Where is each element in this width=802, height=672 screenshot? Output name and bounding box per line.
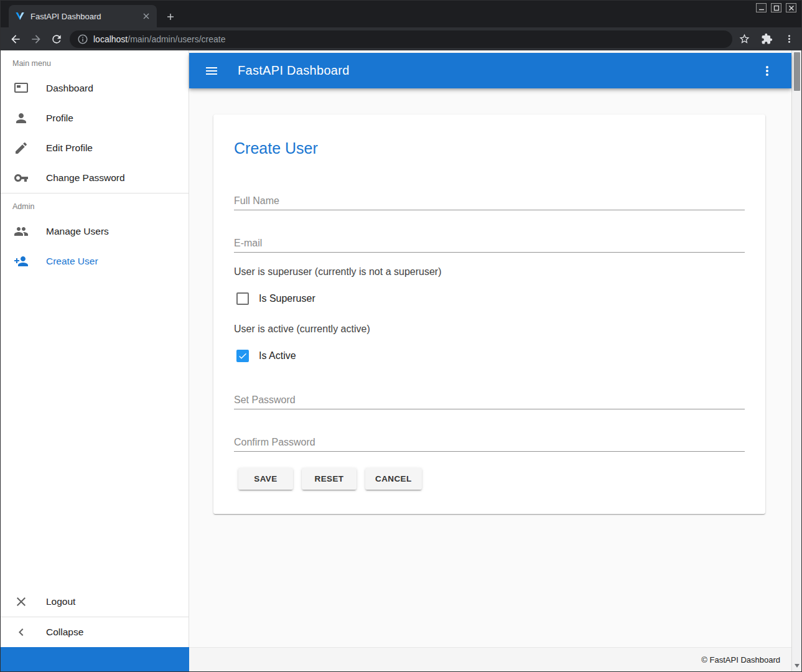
superuser-checkbox-row: Is Superuser bbox=[236, 292, 315, 305]
toolbar-right bbox=[731, 27, 798, 50]
is-superuser-checkbox[interactable] bbox=[236, 292, 249, 305]
is-superuser-label: Is Superuser bbox=[259, 293, 315, 304]
new-tab-button[interactable] bbox=[163, 9, 178, 24]
app-menu-dots-icon[interactable] bbox=[760, 63, 775, 78]
sidebar-item-edit-profile[interactable]: Edit Profile bbox=[0, 133, 189, 163]
cancel-button[interactable]: CANCEL bbox=[365, 468, 422, 490]
site-info-icon[interactable] bbox=[77, 34, 88, 45]
sidebar-item-profile[interactable]: Profile bbox=[0, 103, 189, 133]
url-path: /main/admin/users/create bbox=[128, 34, 225, 44]
extensions-icon[interactable] bbox=[757, 30, 776, 49]
tab-close-icon[interactable] bbox=[141, 11, 152, 22]
footer-copyright: © FastAPI Dashboard bbox=[701, 655, 780, 665]
address-bar[interactable]: localhost/main/admin/users/create bbox=[70, 30, 732, 48]
browser-titlebar: FastAPI Dashboard bbox=[0, 0, 802, 27]
person-icon bbox=[14, 111, 29, 126]
scrollbar[interactable] bbox=[791, 50, 801, 671]
browser-tab[interactable]: FastAPI Dashboard bbox=[9, 5, 157, 27]
reload-button[interactable] bbox=[47, 30, 66, 49]
sidebar-item-change-password[interactable]: Change Password bbox=[0, 163, 189, 193]
confirm-password-input[interactable] bbox=[234, 433, 745, 452]
footer-accent-bar bbox=[0, 647, 189, 671]
form-buttons: SAVE RESET CANCEL bbox=[238, 468, 431, 490]
sidebar-item-label: Dashboard bbox=[46, 83, 93, 94]
sidebar-item-dashboard[interactable]: Dashboard bbox=[0, 73, 189, 103]
full-name-input[interactable] bbox=[234, 192, 745, 210]
sidebar-section-main-menu: Main menu bbox=[0, 50, 189, 73]
person-add-icon bbox=[14, 254, 29, 269]
chevron-left-icon bbox=[14, 625, 29, 640]
save-button[interactable]: SAVE bbox=[238, 468, 293, 490]
active-checkbox-row: Is Active bbox=[236, 350, 296, 362]
key-icon bbox=[14, 170, 29, 185]
browser-menu-icon[interactable] bbox=[780, 30, 798, 49]
sidebar-item-label: Edit Profile bbox=[46, 142, 93, 154]
maximize-button[interactable] bbox=[771, 3, 781, 12]
url-host: localhost bbox=[93, 34, 128, 44]
sidebar-item-label: Change Password bbox=[46, 172, 125, 184]
minimize-button[interactable] bbox=[756, 3, 767, 12]
logout-x-icon bbox=[14, 594, 29, 609]
url-text: localhost/main/admin/users/create bbox=[93, 34, 225, 44]
app-bar-title: FastAPI Dashboard bbox=[238, 63, 350, 78]
window-controls bbox=[756, 3, 796, 12]
footer: © FastAPI Dashboard bbox=[189, 647, 791, 671]
is-active-checkbox[interactable] bbox=[236, 350, 249, 362]
close-button[interactable] bbox=[786, 3, 796, 12]
scrollbar-down-arrow[interactable] bbox=[795, 664, 800, 668]
sidebar-item-collapse[interactable]: Collapse bbox=[0, 617, 189, 647]
scrollbar-thumb[interactable] bbox=[794, 52, 800, 91]
pencil-icon bbox=[14, 141, 29, 156]
sidebar-item-label: Create User bbox=[46, 256, 98, 267]
set-password-input[interactable] bbox=[234, 391, 745, 409]
superuser-hint: User is superuser (currently is not a su… bbox=[234, 266, 441, 278]
sidebar-spacer bbox=[0, 276, 189, 587]
sidebar-item-label: Manage Users bbox=[46, 226, 109, 237]
sidebar: Main menu Dashboard Profile Edit Profile… bbox=[0, 50, 189, 647]
hamburger-menu-icon[interactable] bbox=[204, 63, 219, 78]
email-input[interactable] bbox=[234, 234, 745, 253]
dashboard-icon bbox=[14, 81, 29, 96]
sidebar-item-create-user[interactable]: Create User bbox=[0, 246, 189, 276]
sidebar-item-manage-users[interactable]: Manage Users bbox=[0, 217, 189, 246]
tab-title: FastAPI Dashboard bbox=[30, 12, 141, 21]
is-active-label: Is Active bbox=[259, 350, 296, 362]
create-user-card: Create User User is superuser (currently… bbox=[213, 114, 765, 514]
sidebar-item-label: Profile bbox=[46, 113, 73, 124]
main-viewport: FastAPI Dashboard Create User User is su… bbox=[189, 50, 791, 647]
sidebar-item-label: Logout bbox=[46, 596, 75, 607]
reset-button[interactable]: RESET bbox=[302, 468, 357, 490]
bookmark-star-icon[interactable] bbox=[735, 30, 753, 49]
forward-button[interactable] bbox=[27, 30, 45, 49]
people-icon bbox=[14, 224, 29, 239]
page-content: Create User User is superuser (currently… bbox=[189, 88, 791, 647]
vuetify-logo-icon bbox=[15, 11, 25, 21]
sidebar-section-admin: Admin bbox=[0, 194, 189, 217]
sidebar-item-label: Collapse bbox=[46, 627, 83, 638]
page-title: Create User bbox=[234, 139, 318, 157]
sidebar-item-logout[interactable]: Logout bbox=[0, 587, 189, 617]
back-button[interactable] bbox=[6, 30, 25, 49]
active-hint: User is active (currently active) bbox=[234, 324, 370, 335]
app-bar: FastAPI Dashboard bbox=[189, 53, 791, 88]
browser-toolbar: localhost/main/admin/users/create bbox=[0, 27, 802, 50]
